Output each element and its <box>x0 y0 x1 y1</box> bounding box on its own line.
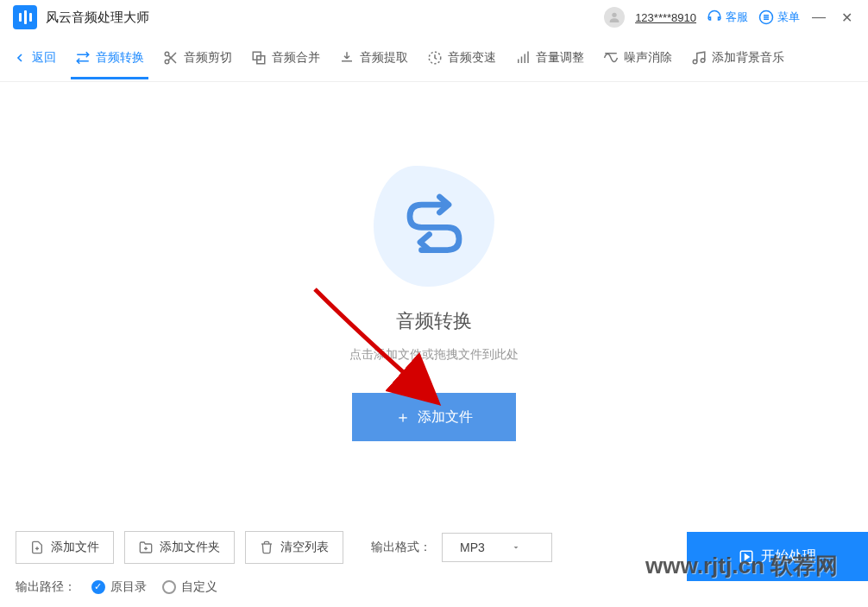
tab-label: 音频转换 <box>96 50 144 66</box>
tab-noise-remove[interactable]: 噪声消除 <box>603 36 672 79</box>
user-id-link[interactable]: 123****8910 <box>635 11 696 24</box>
app-title: 风云音频处理大师 <box>46 9 149 26</box>
swap-arrows-icon <box>402 192 467 256</box>
radio-original-dir[interactable]: 原目录 <box>91 579 147 595</box>
add-file-main-button[interactable]: ＋ 添加文件 <box>352 393 516 441</box>
svg-point-5 <box>165 52 169 56</box>
tab-add-bgm[interactable]: 添加背景音乐 <box>691 36 784 79</box>
clear-list-button[interactable]: 清空列表 <box>245 531 343 564</box>
file-plus-icon <box>30 541 44 554</box>
radio-dot-icon <box>162 580 176 594</box>
tab-audio-convert[interactable]: 音频转换 <box>75 36 144 79</box>
headset-icon <box>707 9 722 25</box>
tab-audio-extract[interactable]: 音频提取 <box>339 36 408 79</box>
minimize-button[interactable]: — <box>810 9 827 26</box>
menu-label: 菜单 <box>777 9 800 25</box>
tab-label: 音频变速 <box>448 50 496 66</box>
plus-icon: ＋ <box>395 407 411 427</box>
tab-label: 音频合并 <box>272 50 320 66</box>
main-title: 音频转换 <box>396 308 472 334</box>
back-button[interactable]: 返回 <box>13 50 56 66</box>
add-file-main-label: 添加文件 <box>418 408 473 427</box>
drop-zone[interactable]: 音频转换 点击添加文件或拖拽文件到此处 ＋ 添加文件 <box>0 82 868 521</box>
add-folder-button[interactable]: 添加文件夹 <box>124 531 235 564</box>
tab-bar: 返回 音频转换 音频剪切 音频合并 音频提取 音频变速 音量调整 噪声消除 添加… <box>0 35 868 82</box>
watermark-text: www.rjtj.cn 软荐网 <box>645 551 838 581</box>
trash-icon <box>260 541 274 554</box>
main-subtitle: 点击添加文件或拖拽文件到此处 <box>349 347 519 363</box>
scissors-icon <box>163 50 179 66</box>
list-icon <box>758 9 774 25</box>
hero-icon <box>369 161 499 291</box>
output-format-label: 输出格式： <box>371 540 431 555</box>
add-folder-label: 添加文件夹 <box>160 540 220 555</box>
menu-button[interactable]: 菜单 <box>758 9 800 25</box>
add-file-label: 添加文件 <box>51 540 99 555</box>
svg-point-17 <box>693 60 697 64</box>
tab-audio-speed[interactable]: 音频变速 <box>427 36 496 79</box>
tab-label: 音量调整 <box>536 50 584 66</box>
chevron-down-icon <box>511 542 521 553</box>
tab-audio-cut[interactable]: 音频剪切 <box>163 36 232 79</box>
clear-list-label: 清空列表 <box>280 540 329 555</box>
support-button[interactable]: 客服 <box>707 9 748 25</box>
noise-icon <box>603 50 619 66</box>
tab-label: 噪声消除 <box>624 50 672 66</box>
add-file-button[interactable]: 添加文件 <box>16 531 114 564</box>
back-label: 返回 <box>32 50 56 66</box>
radio-dot-icon <box>91 580 105 594</box>
tab-label: 音频提取 <box>360 50 408 66</box>
svg-point-18 <box>701 59 705 63</box>
extract-icon <box>339 50 355 66</box>
svg-point-6 <box>165 60 169 64</box>
tab-audio-merge[interactable]: 音频合并 <box>251 36 320 79</box>
tab-label: 音频剪切 <box>184 50 232 66</box>
radio-custom-label: 自定义 <box>181 579 217 595</box>
music-icon <box>691 50 707 66</box>
tab-volume-adjust[interactable]: 音量调整 <box>515 36 584 79</box>
merge-icon <box>251 50 267 66</box>
output-path-label: 输出路径： <box>16 579 76 595</box>
arrow-left-icon <box>13 51 27 65</box>
support-label: 客服 <box>726 9 748 25</box>
radio-custom-dir[interactable]: 自定义 <box>162 579 217 595</box>
close-button[interactable]: ✕ <box>838 9 855 26</box>
title-bar: 风云音频处理大师 123****8910 客服 菜单 — ✕ <box>0 0 868 35</box>
app-logo <box>13 5 37 29</box>
speed-icon <box>427 50 443 66</box>
user-avatar[interactable] <box>604 7 625 28</box>
output-format-select[interactable]: MP3 <box>442 533 552 562</box>
radio-original-label: 原目录 <box>110 579 147 595</box>
convert-icon <box>75 50 91 66</box>
tab-label: 添加背景音乐 <box>712 50 784 66</box>
volume-icon <box>515 50 531 66</box>
svg-point-0 <box>612 13 616 17</box>
folder-plus-icon <box>139 541 153 554</box>
output-format-value: MP3 <box>460 541 485 554</box>
